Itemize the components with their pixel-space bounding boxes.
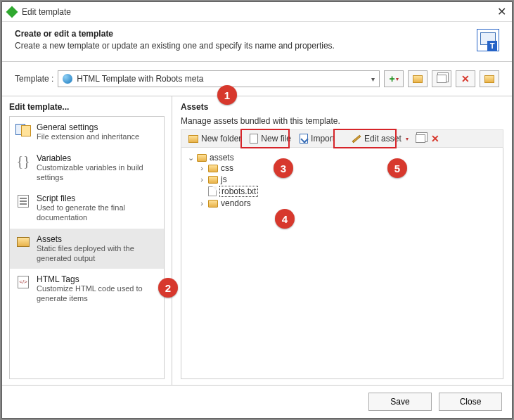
template-select[interactable]: HTML Template with Robots meta ▾ xyxy=(58,70,380,87)
import-button[interactable]: Import xyxy=(295,131,339,146)
copy-icon xyxy=(437,75,446,83)
globe-icon xyxy=(63,74,72,84)
titlebar: Edit template ✕ xyxy=(2,2,512,22)
assets-heading: Assets xyxy=(181,102,503,112)
edit-template-dialog: Edit template ✕ Create or edit a templat… xyxy=(1,1,513,419)
expand-icon[interactable]: › xyxy=(198,164,205,172)
file-icon xyxy=(208,186,217,196)
sidebar: Edit template... General settingsFile ex… xyxy=(2,96,172,385)
add-template-button[interactable]: +▾ xyxy=(384,70,404,87)
x-icon: ✕ xyxy=(461,73,470,84)
open-folder-button[interactable] xyxy=(408,70,428,87)
rename-asset-button[interactable] xyxy=(413,131,428,146)
general-settings-icon xyxy=(15,122,31,138)
content: Assets Manage assets bundled with this t… xyxy=(172,96,512,385)
app-icon xyxy=(6,6,18,18)
assets-subtitle: Manage assets bundled with this template… xyxy=(181,116,503,126)
duplicate-button[interactable] xyxy=(432,70,451,87)
plus-icon: + xyxy=(389,73,394,84)
sidebar-heading: Edit template... xyxy=(9,102,165,112)
close-button[interactable]: Close xyxy=(439,393,502,411)
template-icon xyxy=(477,29,499,51)
chevron-down-icon: ▾ xyxy=(371,75,375,83)
chevron-down-icon: ▾ xyxy=(406,136,409,142)
asset-toolbar: New folder New file Import Edit asset▾ ✕ xyxy=(181,129,503,148)
edit-asset-button[interactable]: Edit asset▾ xyxy=(347,131,413,146)
template-row: Template : HTML Template with Robots met… xyxy=(2,62,512,96)
folder-open-icon xyxy=(484,75,494,83)
expand-icon[interactable]: › xyxy=(198,175,205,184)
tree-file-robots[interactable]: robots.txt xyxy=(198,186,500,197)
footer: Save Close xyxy=(2,385,512,418)
dialog-title: Edit template xyxy=(22,7,497,17)
tree-folder-js[interactable]: ›js xyxy=(198,174,500,184)
delete-template-button[interactable]: ✕ xyxy=(456,70,475,87)
tree-folder-vendors[interactable]: ›vendors xyxy=(198,198,500,208)
folder-icon xyxy=(413,75,423,83)
new-file-button[interactable]: New file xyxy=(245,131,295,146)
template-selected-text: HTML Template with Robots meta xyxy=(77,74,203,84)
folder-icon xyxy=(208,176,218,184)
save-button[interactable]: Save xyxy=(368,393,432,411)
sidebar-item-variables[interactable]: {} VariablesCustomizable variables in bu… xyxy=(10,148,164,189)
tree-folder-css[interactable]: ›css xyxy=(198,163,500,173)
expand-icon[interactable]: › xyxy=(198,199,205,208)
assets-icon xyxy=(15,234,31,250)
header: Create or edit a template Create a new t… xyxy=(2,22,512,62)
tree-root[interactable]: ⌄assets xyxy=(187,153,500,163)
sidebar-item-script-files[interactable]: Script filesUsed to generate the final d… xyxy=(10,188,164,229)
x-icon: ✕ xyxy=(431,133,439,144)
template-label: Template : xyxy=(15,74,53,84)
sidebar-item-assets[interactable]: AssetsStatic files deployed with the gen… xyxy=(10,229,164,269)
collapse-icon[interactable]: ⌄ xyxy=(187,153,194,163)
folder-icon xyxy=(188,135,198,143)
header-heading: Create or edit a template xyxy=(15,29,477,39)
variables-icon: {} xyxy=(15,153,31,169)
script-files-icon xyxy=(15,193,31,209)
file-icon xyxy=(250,134,258,144)
close-icon[interactable]: ✕ xyxy=(497,5,506,18)
main: Edit template... General settingsFile ex… xyxy=(2,96,512,385)
folder-icon xyxy=(208,165,218,172)
folder-icon xyxy=(197,154,207,162)
rename-icon xyxy=(416,134,425,143)
new-folder-button[interactable]: New folder xyxy=(184,131,245,146)
html-tags-icon xyxy=(15,274,31,290)
asset-tree: ⌄assets ›css ›js robots.txt ›vendors xyxy=(181,148,503,379)
pencil-icon xyxy=(352,134,361,142)
header-description: Create a new template or update an exist… xyxy=(15,41,477,51)
import-icon xyxy=(300,134,308,144)
sidebar-item-html-tags[interactable]: HTML TagsCustomize HTML code used to gen… xyxy=(10,269,164,310)
sidebar-items: General settingsFile extension and inher… xyxy=(9,116,165,379)
delete-asset-button[interactable]: ✕ xyxy=(428,131,442,146)
folder-icon xyxy=(208,200,218,208)
sidebar-item-general[interactable]: General settingsFile extension and inher… xyxy=(10,117,164,148)
header-text: Create or edit a template Create a new t… xyxy=(15,29,477,51)
browse-folder-button[interactable] xyxy=(480,70,499,87)
